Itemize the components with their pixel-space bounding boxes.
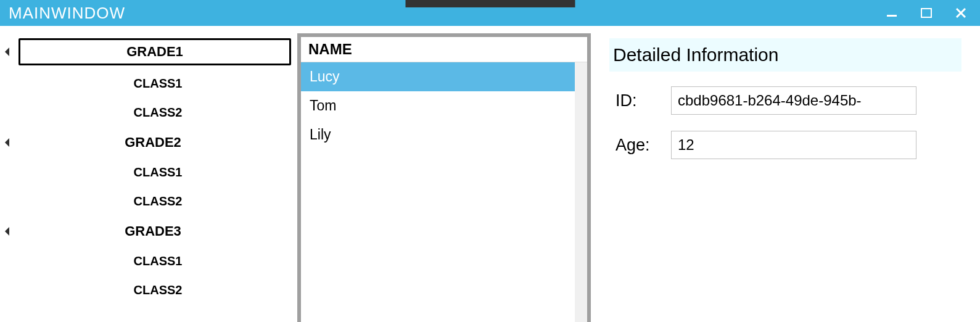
tree-node-class[interactable]: CLASS1 (0, 69, 297, 98)
tree-node-class[interactable]: CLASS2 (0, 276, 297, 305)
age-label: Age: (616, 136, 671, 155)
tree-label-class[interactable]: CLASS1 (25, 162, 291, 183)
tree-node-class[interactable]: CLASS1 (0, 247, 297, 276)
detail-header: Detailed Information (609, 38, 961, 72)
age-input[interactable] (671, 131, 916, 159)
list-items: Lucy Tom Lily (301, 62, 575, 322)
list-body: Lucy Tom Lily (301, 62, 587, 322)
list-panel: NAME Lucy Tom Lily (297, 33, 591, 322)
tree-label-class[interactable]: CLASS2 (25, 191, 291, 212)
id-input[interactable] (671, 86, 916, 115)
content-area: GRADE1 CLASS1 CLASS2 GRADE2 CLASS1 CLASS… (0, 26, 980, 322)
svg-rect-1 (921, 9, 931, 17)
detail-row-age: Age: (609, 131, 961, 159)
tree-label-class[interactable]: CLASS2 (25, 279, 291, 301)
tree-node-grade3[interactable]: GRADE3 (0, 216, 297, 247)
tree-node-grade2[interactable]: GRADE2 (0, 127, 297, 158)
tree-node-grade1[interactable]: GRADE1 (0, 35, 297, 69)
maximize-icon (921, 7, 932, 19)
detail-panel: Detailed Information ID: Age: (591, 26, 980, 322)
titlebar: MAINWINDOW (0, 0, 980, 26)
window-controls (886, 7, 980, 19)
minimize-button[interactable] (886, 7, 897, 19)
tree-children-grade1: CLASS1 CLASS2 (0, 69, 297, 127)
titlebar-accent (405, 0, 575, 7)
tree-label-class[interactable]: CLASS2 (25, 102, 291, 123)
list-header[interactable]: NAME (301, 37, 587, 62)
tree-node-class[interactable]: CLASS2 (0, 187, 297, 216)
tree-node-class[interactable]: CLASS2 (0, 98, 297, 127)
tree-label-grade2[interactable]: GRADE2 (15, 131, 291, 154)
expander-icon[interactable] (5, 138, 14, 147)
tree-children-grade3: CLASS1 CLASS2 (0, 247, 297, 305)
tree-label-grade1[interactable]: GRADE1 (19, 38, 291, 65)
svg-rect-0 (887, 15, 897, 17)
window-title: MAINWINDOW (9, 4, 125, 23)
list-row[interactable]: Lily (301, 120, 575, 149)
close-button[interactable] (955, 7, 966, 19)
tree-children-grade2: CLASS1 CLASS2 (0, 158, 297, 216)
tree-panel: GRADE1 CLASS1 CLASS2 GRADE2 CLASS1 CLASS… (0, 26, 297, 322)
id-label: ID: (616, 91, 671, 110)
tree-node-class[interactable]: CLASS1 (0, 158, 297, 187)
tree-label-grade3[interactable]: GRADE3 (15, 220, 291, 243)
close-icon (955, 7, 966, 19)
minimize-icon (886, 7, 897, 19)
list-row[interactable]: Tom (301, 91, 575, 120)
tree-label-class[interactable]: CLASS1 (25, 250, 291, 272)
detail-row-id: ID: (609, 86, 961, 115)
expander-icon[interactable] (5, 227, 14, 236)
scrollbar[interactable] (575, 62, 587, 322)
list-row[interactable]: Lucy (301, 62, 575, 91)
expander-icon[interactable] (5, 47, 14, 56)
tree-label-class[interactable]: CLASS1 (25, 73, 291, 94)
maximize-button[interactable] (921, 7, 932, 19)
